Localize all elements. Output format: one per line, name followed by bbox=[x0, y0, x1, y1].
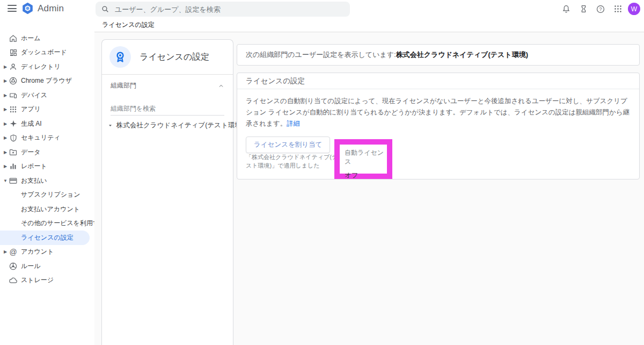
expand-arrow-icon[interactable]: ▶ bbox=[3, 64, 8, 69]
expand-arrow-icon[interactable]: ▶ bbox=[3, 164, 8, 169]
breadcrumb[interactable]: ライセンスの設定 bbox=[94, 20, 155, 30]
devices-icon bbox=[9, 91, 18, 100]
sidebar-item-dashboard[interactable]: ダッシュボード bbox=[0, 46, 94, 60]
license-settings-panel: ライセンスの設定 組織部門 株式会社クラウドネイティブ(テスト環境) bbox=[101, 39, 233, 345]
search-input[interactable] bbox=[115, 5, 345, 13]
banner-text: 次の組織部門のユーザー設定を表示しています: bbox=[246, 50, 396, 60]
sidebar-item-home[interactable]: ホーム bbox=[0, 31, 94, 46]
rules-wheel-icon bbox=[9, 262, 18, 271]
chevron-up-icon[interactable] bbox=[218, 83, 224, 89]
expand-arrow-icon[interactable]: ▶ bbox=[3, 135, 8, 140]
person-icon bbox=[9, 62, 18, 71]
expand-arrow-icon[interactable]: ▶ bbox=[3, 121, 8, 126]
sidebar-item-storage[interactable]: ストレージ bbox=[0, 274, 94, 288]
annotation-highlight: 自動ライセンス オフ bbox=[334, 139, 392, 179]
panel-title: ライセンスの設定 bbox=[140, 52, 209, 63]
bar-chart-icon bbox=[9, 162, 18, 171]
app-logo[interactable]: Admin bbox=[21, 2, 64, 15]
expand-arrow-icon[interactable]: ▶ bbox=[3, 249, 8, 254]
expand-arrow-icon[interactable]: ▶ bbox=[3, 107, 8, 112]
banner-org-name: 株式会社クラウドネイティブ(テスト環境) bbox=[396, 50, 528, 60]
sidebar-item-more-services[interactable]: その他のサービスを利用する bbox=[0, 217, 94, 231]
sidebar-item-security[interactable]: ▶ セキュリティ bbox=[0, 131, 94, 146]
folder-icon bbox=[9, 148, 18, 157]
global-search[interactable] bbox=[96, 2, 350, 17]
license-settings-card: ライセンスの設定 ライセンスの自動割り当ての設定によって、現在ライセンスがないユ… bbox=[237, 73, 640, 179]
shield-icon bbox=[9, 133, 18, 142]
dashboard-icon bbox=[9, 48, 18, 57]
svg-text:?: ? bbox=[599, 6, 602, 12]
setting-value: オフ bbox=[345, 171, 387, 180]
auto-license-setting[interactable]: 自動ライセンス オフ bbox=[340, 145, 387, 180]
card-description: ライセンスの自動割り当ての設定によって、現在ライセンスがないユーザーと今後追加さ… bbox=[237, 89, 639, 130]
applied-note: 「株式会社クラウドネイティブ(テスト環境)」で適用しました bbox=[246, 153, 338, 170]
sidebar-item-data[interactable]: ▶ データ bbox=[0, 145, 94, 160]
org-tree-label: 株式会社クラウドネイティブ(テスト環境) bbox=[116, 121, 244, 130]
setting-label: 自動ライセンス bbox=[345, 148, 387, 167]
sidebar-item-reports[interactable]: ▶ レポート bbox=[0, 160, 94, 174]
content-area: ライセンスの設定 組織部門 株式会社クラウドネイティブ(テスト環境) 次の組織 bbox=[94, 32, 644, 345]
sidebar-item-rules[interactable]: ルール bbox=[0, 259, 94, 274]
learn-more-link[interactable]: 詳細 bbox=[287, 120, 300, 127]
sidebar-nav: ホーム ダッシュボード ▶ ディレクトリ ▶ Chrome ブラウザ ▶ デバイ… bbox=[0, 31, 94, 288]
sidebar-item-billing-accounts[interactable]: お支払いアカウント bbox=[0, 202, 94, 217]
app-title: Admin bbox=[38, 3, 64, 14]
sidebar-item-account[interactable]: ▶ @ アカウント bbox=[0, 245, 94, 260]
sidebar-item-chrome-browser[interactable]: ▶ Chrome ブラウザ bbox=[0, 74, 94, 89]
org-unit-section-toggle[interactable]: 組織部門 bbox=[102, 75, 233, 94]
search-icon bbox=[101, 5, 109, 13]
apps-icon bbox=[9, 105, 18, 114]
chrome-icon bbox=[9, 76, 18, 85]
sidebar-item-gen-ai[interactable]: ▶ 生成 AI bbox=[0, 117, 94, 131]
sparkle-icon bbox=[9, 119, 18, 128]
org-unit-label: 組織部門 bbox=[111, 81, 136, 90]
cloud-icon bbox=[9, 276, 18, 285]
breadcrumb-bar: ライセンスの設定 bbox=[94, 18, 644, 32]
apps-grid-icon[interactable] bbox=[609, 1, 626, 18]
license-badge-icon bbox=[109, 46, 131, 68]
hourglass-icon[interactable] bbox=[575, 1, 592, 18]
arrow-drop-down-icon[interactable] bbox=[107, 123, 113, 128]
sidebar-item-devices[interactable]: ▶ デバイス bbox=[0, 88, 94, 103]
org-context-banner: 次の組織部門のユーザー設定を表示しています: 株式会社クラウドネイティブ(テスト… bbox=[237, 44, 640, 66]
assign-license-button[interactable]: ライセンスを割り当て bbox=[246, 136, 330, 153]
collapse-arrow-icon[interactable]: ▼ bbox=[3, 178, 8, 183]
at-sign-icon: @ bbox=[9, 247, 18, 256]
sidebar-item-license-settings[interactable]: ライセンスの設定 bbox=[0, 231, 90, 245]
description-text: ライセンスの自動割り当ての設定によって、現在ライセンスがないユーザーと今後追加さ… bbox=[246, 97, 630, 127]
expand-arrow-icon[interactable]: ▶ bbox=[3, 78, 8, 83]
expand-arrow-icon[interactable]: ▶ bbox=[3, 150, 8, 155]
help-icon[interactable]: ? bbox=[592, 1, 609, 18]
avatar[interactable]: W bbox=[628, 3, 640, 15]
google-admin-hexagon-icon bbox=[21, 2, 34, 15]
menu-icon[interactable] bbox=[8, 5, 17, 12]
org-unit-search[interactable] bbox=[111, 103, 224, 116]
card-title: ライセンスの設定 bbox=[237, 73, 639, 89]
sidebar-item-directory[interactable]: ▶ ディレクトリ bbox=[0, 60, 94, 74]
org-search-input[interactable] bbox=[111, 105, 224, 112]
org-tree-item[interactable]: 株式会社クラウドネイティブ(テスト環境) bbox=[102, 116, 233, 130]
admin-console: Admin bbox=[0, 0, 644, 345]
sidebar-item-billing[interactable]: ▼ お支払い bbox=[0, 174, 94, 188]
sidebar-item-subscriptions[interactable]: サブスクリプション bbox=[0, 188, 94, 203]
expand-arrow-icon[interactable]: ▶ bbox=[3, 93, 8, 98]
credit-card-icon bbox=[9, 176, 18, 185]
sidebar-item-apps[interactable]: ▶ アプリ bbox=[0, 103, 94, 117]
notifications-bell-icon[interactable] bbox=[558, 1, 575, 18]
home-icon bbox=[9, 34, 18, 43]
top-bar: Admin bbox=[0, 0, 644, 18]
